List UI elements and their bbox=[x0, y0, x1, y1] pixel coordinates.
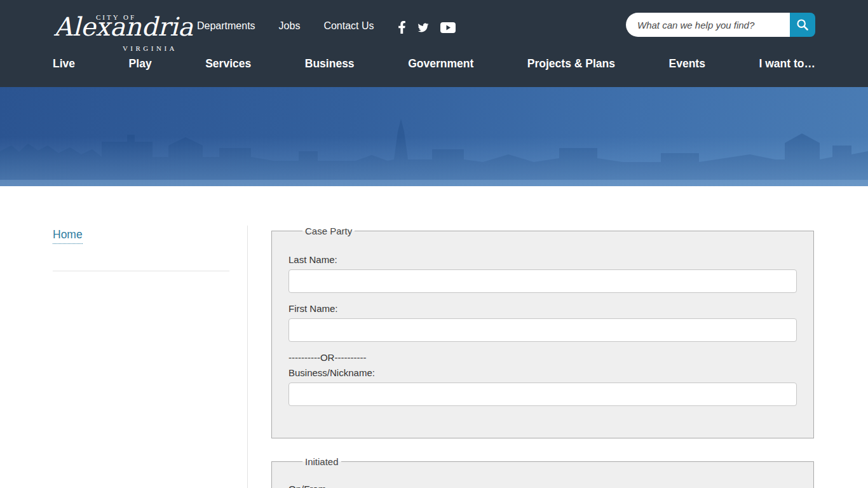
logo-name: Alexandria bbox=[54, 13, 193, 41]
page-title: Criminal Case Search bbox=[53, 210, 222, 229]
business-nickname-label: Business/Nickname: bbox=[288, 367, 797, 378]
nav-business[interactable]: Business bbox=[305, 57, 355, 71]
first-name-label: First Name: bbox=[288, 303, 797, 314]
nav-government[interactable]: Government bbox=[408, 57, 473, 71]
banner-background bbox=[0, 87, 868, 186]
search-button[interactable] bbox=[790, 13, 815, 37]
nav-live[interactable]: Live bbox=[53, 57, 75, 71]
sidebar: Home bbox=[53, 226, 248, 488]
or-separator: ----------OR---------- bbox=[288, 352, 797, 363]
last-name-input[interactable] bbox=[288, 269, 797, 293]
on-from-label: On/From bbox=[288, 484, 797, 488]
site-search bbox=[626, 13, 815, 37]
initiated-legend: Initiated bbox=[302, 456, 341, 467]
nav-jobs[interactable]: Jobs bbox=[279, 20, 301, 32]
search-input[interactable] bbox=[626, 13, 790, 37]
social-links bbox=[398, 20, 456, 35]
city-logo[interactable]: CITY OF Alexandria VIRGINIA bbox=[54, 6, 179, 52]
nav-events[interactable]: Events bbox=[669, 57, 705, 71]
nav-departments[interactable]: Departments bbox=[197, 20, 255, 32]
nav-projects-plans[interactable]: Projects & Plans bbox=[527, 57, 615, 71]
case-party-fieldset: Case Party Last Name: First Name: ------… bbox=[271, 226, 814, 438]
content-area: Home Case Party Last Name: First Name: -… bbox=[53, 226, 815, 488]
twitter-icon[interactable] bbox=[417, 22, 430, 33]
youtube-icon[interactable] bbox=[440, 22, 456, 33]
case-party-legend: Case Party bbox=[302, 226, 355, 236]
page-banner: Criminal Case Search bbox=[0, 87, 868, 186]
search-form-column: Case Party Last Name: First Name: ------… bbox=[271, 226, 814, 488]
banner-glow bbox=[0, 137, 868, 186]
nav-services[interactable]: Services bbox=[205, 57, 251, 71]
utility-nav: Departments Jobs Contact Us bbox=[197, 20, 374, 32]
facebook-icon[interactable] bbox=[398, 21, 406, 34]
business-nickname-input[interactable] bbox=[288, 383, 797, 406]
breadcrumb-home-link[interactable]: Home bbox=[53, 228, 83, 244]
nav-contact-us[interactable]: Contact Us bbox=[323, 20, 374, 32]
sidebar-divider bbox=[53, 271, 229, 271]
initiated-fieldset: Initiated On/From bbox=[271, 456, 814, 488]
nav-i-want-to[interactable]: I want to… bbox=[759, 57, 815, 71]
site-header: CITY OF Alexandria VIRGINIA Departments … bbox=[0, 0, 868, 87]
first-name-input[interactable] bbox=[288, 318, 797, 342]
search-icon bbox=[796, 18, 810, 32]
main-nav: Live Play Services Business Government P… bbox=[53, 57, 815, 71]
last-name-label: Last Name: bbox=[288, 254, 797, 265]
logo-state: VIRGINIA bbox=[123, 44, 177, 52]
nav-play[interactable]: Play bbox=[129, 57, 152, 71]
